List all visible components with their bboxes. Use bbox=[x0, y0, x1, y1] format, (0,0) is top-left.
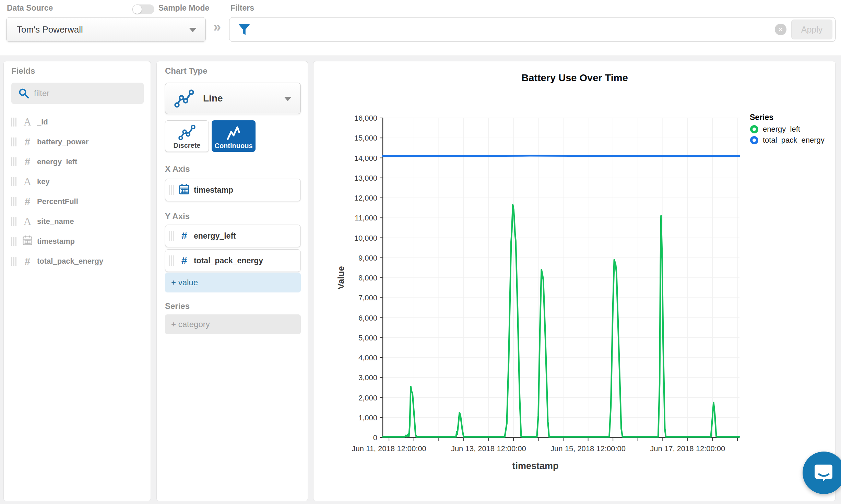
y-axis-label: Y Axis bbox=[165, 212, 190, 221]
chat-bubble-icon bbox=[813, 462, 835, 484]
discrete-line-icon bbox=[178, 124, 196, 141]
svg-text:6,000: 6,000 bbox=[358, 314, 377, 322]
drag-handle-icon bbox=[169, 255, 174, 266]
chart-type-label: Chart Type bbox=[165, 66, 208, 76]
svg-text:Jun 11, 2018 12:00:00: Jun 11, 2018 12:00:00 bbox=[352, 444, 426, 453]
y-axis-field-pill[interactable]: # total_pack_energy bbox=[165, 249, 301, 272]
line-chart-icon bbox=[174, 88, 194, 108]
field-item-key[interactable]: Akey bbox=[11, 173, 144, 190]
svg-text:13,000: 13,000 bbox=[354, 174, 377, 182]
drag-handle-icon bbox=[11, 237, 16, 246]
sample-mode-toggle[interactable] bbox=[132, 4, 154, 14]
svg-text:4,000: 4,000 bbox=[358, 353, 377, 362]
field-item-timestamp[interactable]: timestamp bbox=[11, 233, 144, 250]
drag-handle-icon bbox=[169, 231, 174, 241]
svg-text:12,000: 12,000 bbox=[354, 194, 377, 202]
field-item-_id[interactable]: A_id bbox=[11, 113, 144, 131]
drag-handle-icon bbox=[11, 137, 16, 146]
field-name: total_pack_energy bbox=[37, 257, 103, 266]
legend-label: total_pack_energy bbox=[763, 136, 825, 145]
chart-builder-panel: Chart Type Line Discrete bbox=[156, 61, 308, 501]
number-type-icon: # bbox=[21, 156, 34, 168]
data-source-value: Tom's Powerwall bbox=[17, 24, 83, 35]
top-bar: Data Source Tom's Powerwall Sample Mode … bbox=[0, 0, 841, 56]
field-filter-input[interactable] bbox=[34, 85, 144, 102]
svg-text:15,000: 15,000 bbox=[354, 134, 377, 142]
data-source-label: Data Source bbox=[7, 3, 53, 13]
number-type-icon: # bbox=[21, 256, 34, 267]
number-type-icon: # bbox=[21, 136, 34, 148]
drag-handle-icon bbox=[11, 257, 16, 266]
line-chart: 01,0002,0003,0004,0005,0006,0007,0008,00… bbox=[323, 103, 748, 480]
field-search bbox=[11, 83, 144, 104]
svg-text:Jun 17, 2018 12:00:00: Jun 17, 2018 12:00:00 bbox=[650, 444, 725, 453]
chart-builder-page: Data Source Tom's Powerwall Sample Mode … bbox=[0, 0, 841, 504]
field-item-PercentFull[interactable]: #PercentFull bbox=[11, 193, 144, 210]
field-name: key bbox=[37, 177, 50, 186]
svg-text:Jun 15, 2018 12:00:00: Jun 15, 2018 12:00:00 bbox=[550, 444, 626, 453]
chart-type-value: Line bbox=[203, 93, 223, 104]
svg-text:9,000: 9,000 bbox=[358, 254, 377, 262]
svg-text:0: 0 bbox=[373, 433, 377, 442]
field-name: _id bbox=[37, 118, 48, 127]
svg-text:11,000: 11,000 bbox=[355, 214, 377, 222]
field-name: timestamp bbox=[37, 237, 75, 246]
y-axis-field-name: energy_left bbox=[194, 231, 236, 241]
y-axis-field-pill[interactable]: # energy_left bbox=[165, 225, 301, 247]
filter-input[interactable] bbox=[257, 19, 775, 40]
collapse-chevrons-icon[interactable]: » bbox=[213, 19, 221, 35]
number-type-icon: # bbox=[21, 196, 34, 207]
fields-panel: Fields A_id#battery_power#energy_leftAke… bbox=[3, 61, 151, 501]
sample-mode-label: Sample Mode bbox=[158, 3, 209, 13]
svg-text:1,000: 1,000 bbox=[358, 413, 377, 422]
chat-bubble-button[interactable] bbox=[803, 452, 841, 494]
continuous-mode-button[interactable]: Continuous bbox=[212, 120, 256, 152]
svg-text:7,000: 7,000 bbox=[358, 293, 377, 302]
toggle-knob bbox=[133, 5, 142, 14]
field-item-energy_left[interactable]: #energy_left bbox=[11, 153, 144, 170]
svg-text:14,000: 14,000 bbox=[354, 154, 377, 163]
calendar-icon bbox=[21, 235, 34, 248]
continuous-line-icon bbox=[225, 125, 242, 141]
field-name: energy_left bbox=[37, 157, 77, 166]
x-axis-field-pill[interactable]: timestamp bbox=[165, 179, 301, 201]
number-icon: # bbox=[177, 255, 191, 266]
search-icon bbox=[18, 88, 29, 99]
drag-handle-icon bbox=[11, 217, 16, 226]
add-category-dropzone[interactable]: + category bbox=[165, 314, 301, 334]
drag-handle-icon bbox=[169, 185, 174, 195]
y-axis-field-name: total_pack_energy bbox=[194, 256, 263, 265]
clear-filter-icon[interactable]: ✕ bbox=[775, 24, 786, 35]
discrete-mode-button[interactable]: Discrete bbox=[165, 120, 209, 152]
svg-text:3,000: 3,000 bbox=[358, 373, 377, 382]
number-icon: # bbox=[177, 230, 191, 242]
chevron-down-icon bbox=[284, 97, 292, 101]
funnel-icon bbox=[238, 23, 251, 36]
apply-button[interactable]: Apply bbox=[791, 20, 832, 39]
field-item-site_name[interactable]: Asite_name bbox=[11, 213, 144, 230]
fields-title: Fields bbox=[11, 66, 35, 76]
legend-marker-icon bbox=[750, 125, 759, 134]
add-value-dropzone[interactable]: + value bbox=[165, 273, 301, 292]
svg-text:8,000: 8,000 bbox=[358, 274, 377, 282]
data-source-select[interactable]: Tom's Powerwall bbox=[6, 17, 206, 42]
chart-type-select[interactable]: Line bbox=[165, 83, 301, 114]
field-name: PercentFull bbox=[37, 197, 78, 206]
field-name: site_name bbox=[37, 217, 74, 226]
field-name: battery_power bbox=[37, 137, 88, 146]
svg-text:Value: Value bbox=[336, 266, 346, 289]
legend-item: total_pack_energy bbox=[750, 136, 825, 145]
svg-text:Jun 13, 2018 12:00:00: Jun 13, 2018 12:00:00 bbox=[451, 444, 526, 453]
calendar-icon bbox=[177, 184, 191, 196]
drag-handle-icon bbox=[11, 157, 16, 166]
svg-text:10,000: 10,000 bbox=[354, 234, 377, 242]
chart-preview-panel: Battery Use Over Time 01,0002,0003,0004,… bbox=[313, 61, 836, 501]
field-item-battery_power[interactable]: #battery_power bbox=[11, 133, 144, 151]
string-type-icon: A bbox=[21, 116, 34, 128]
discrete-label: Discrete bbox=[174, 142, 201, 149]
filter-bar: ✕ Apply bbox=[229, 17, 836, 42]
svg-text:16,000: 16,000 bbox=[354, 114, 377, 122]
field-item-total_pack_energy[interactable]: #total_pack_energy bbox=[11, 253, 144, 270]
chevron-down-icon bbox=[189, 28, 197, 32]
drag-handle-icon bbox=[11, 177, 16, 186]
